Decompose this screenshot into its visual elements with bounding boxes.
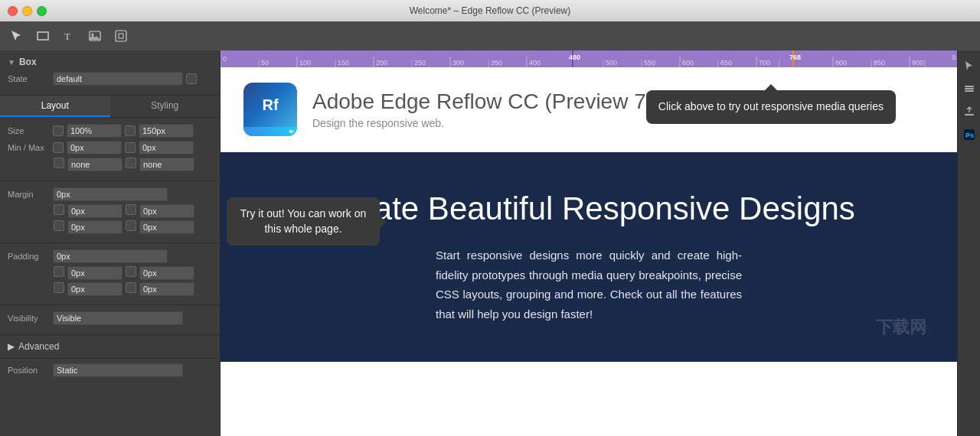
state-icon[interactable] (186, 73, 197, 84)
minmax-none1-input[interactable] (67, 158, 122, 171)
box-section: ▼ Box State default (0, 50, 220, 96)
panel-tabs: Layout Styling (0, 96, 220, 118)
logo-text: Rf (262, 96, 278, 114)
svg-text:500: 500 (606, 59, 617, 67)
watermark: 下载网 (876, 316, 926, 339)
padding-left-icon (54, 266, 64, 277)
margin-label: Margin (8, 190, 50, 199)
tooltip-media-queries: Click above to try out responsive media … (646, 90, 896, 124)
margin-top-input[interactable] (53, 187, 168, 201)
select-tool[interactable] (6, 25, 28, 47)
padding-top-input[interactable] (53, 249, 168, 263)
size-height-input[interactable] (139, 124, 194, 138)
margin-bottom-input[interactable] (67, 220, 122, 234)
minmax-w-icon (53, 142, 64, 153)
minmax-w-input[interactable] (67, 141, 122, 155)
cursor-icon[interactable] (960, 57, 978, 75)
advanced-label: Advanced (18, 341, 59, 352)
margin-br-input[interactable] (139, 220, 194, 234)
padding-br-input[interactable] (139, 282, 194, 296)
close-button[interactable] (8, 6, 18, 16)
minmax-h-icon (125, 142, 136, 153)
margin-right-input[interactable] (139, 204, 194, 218)
upload-icon[interactable] (960, 102, 978, 121)
state-select[interactable]: default (53, 72, 183, 86)
margin-section: Margin (0, 181, 220, 243)
size-height-icon (125, 125, 136, 136)
canvas-content: Rf 👁 Adobe Edge Reflow CC (Preview 7) De… (220, 67, 957, 436)
window-title: Welcome* – Edge Reflow CC (Preview) (410, 5, 571, 16)
app-logo: Rf 👁 (243, 83, 297, 136)
box-section-label: Box (19, 57, 37, 67)
margin-left-icon (54, 204, 64, 215)
padding-label: Padding (8, 252, 50, 261)
svg-text:600: 600 (682, 59, 694, 67)
position-select[interactable]: Static Relative Absolute (53, 363, 183, 377)
svg-text:650: 650 (720, 59, 732, 67)
maximize-button[interactable] (37, 6, 47, 16)
padding-bottom-input[interactable] (67, 282, 122, 296)
margin-row1: Margin (8, 187, 212, 201)
padding-row1: Padding (8, 249, 212, 263)
svg-text:700: 700 (759, 59, 770, 67)
svg-text:768: 768 (789, 54, 801, 61)
svg-text:480: 480 (569, 54, 580, 61)
margin-left-input[interactable] (67, 204, 122, 218)
size-row: Size (8, 124, 212, 138)
svg-text:900: 900 (912, 59, 923, 67)
box-arrow-icon: ▼ (8, 58, 15, 67)
padding-section: Padding (0, 243, 220, 305)
advanced-section[interactable]: ▶ Advanced (0, 335, 220, 359)
position-label: Position (8, 366, 50, 375)
svg-rect-4 (116, 31, 126, 41)
minmax-h-input[interactable] (139, 141, 194, 155)
right-sidebar: Ps (957, 50, 980, 436)
visibility-row: Visibility Visible Hidden (8, 311, 212, 325)
padding-right-input[interactable] (139, 266, 194, 280)
photoshop-icon[interactable]: Ps (960, 125, 978, 144)
canvas-main[interactable]: Rf 👁 Adobe Edge Reflow CC (Preview 7) De… (220, 67, 957, 436)
margin-bl-icon (54, 220, 64, 231)
toolbar: T (0, 21, 980, 50)
image-tool[interactable] (84, 25, 106, 47)
layers-icon[interactable] (960, 80, 978, 98)
margin-row3 (54, 220, 212, 234)
svg-text:0: 0 (223, 55, 227, 63)
minmax-none2-input[interactable] (139, 158, 194, 171)
padding-row3 (54, 282, 212, 296)
tab-styling[interactable]: Styling (110, 96, 220, 117)
svg-text:350: 350 (491, 59, 502, 67)
svg-text:50: 50 (261, 59, 269, 67)
visibility-select[interactable]: Visible Hidden (53, 311, 183, 325)
app-title: Adobe Edge Reflow CC (Preview 7) (312, 89, 653, 114)
svg-text:800: 800 (835, 59, 847, 67)
padding-br-icon (126, 282, 136, 293)
hero-body: Start responsive designs more quickly an… (436, 246, 742, 324)
size-width-icon (53, 125, 64, 136)
size-width-input[interactable] (67, 124, 122, 138)
svg-text:250: 250 (414, 59, 426, 67)
minmax-none2-icon (126, 158, 136, 168)
frame-tool[interactable] (110, 25, 132, 47)
svg-text:200: 200 (376, 59, 387, 67)
canvas-hero: Create Beautiful Responsive Designs Star… (220, 152, 957, 362)
box-section-header[interactable]: ▼ Box (8, 57, 212, 67)
logo-stripe: 👁 (243, 127, 297, 136)
padding-right-icon (126, 266, 136, 277)
svg-rect-5 (119, 34, 123, 38)
svg-text:550: 550 (644, 59, 655, 67)
svg-text:9...: 9... (952, 54, 957, 61)
tab-layout[interactable]: Layout (0, 96, 110, 117)
advanced-arrow-icon: ▶ (8, 341, 15, 352)
svg-rect-0 (38, 32, 48, 40)
tooltip-work-page: Try it out! You can work on this whole p… (227, 197, 380, 246)
margin-row2 (54, 204, 212, 218)
rectangle-tool[interactable] (32, 25, 54, 47)
text-tool[interactable]: T (58, 25, 80, 47)
canvas-area: 0 50 100 150 200 250 300 350 400 480 (220, 50, 957, 436)
window-controls[interactable] (8, 6, 47, 16)
size-label: Size (8, 126, 50, 135)
svg-text:150: 150 (338, 59, 349, 67)
minimize-button[interactable] (22, 6, 32, 16)
padding-left-input[interactable] (67, 266, 122, 280)
